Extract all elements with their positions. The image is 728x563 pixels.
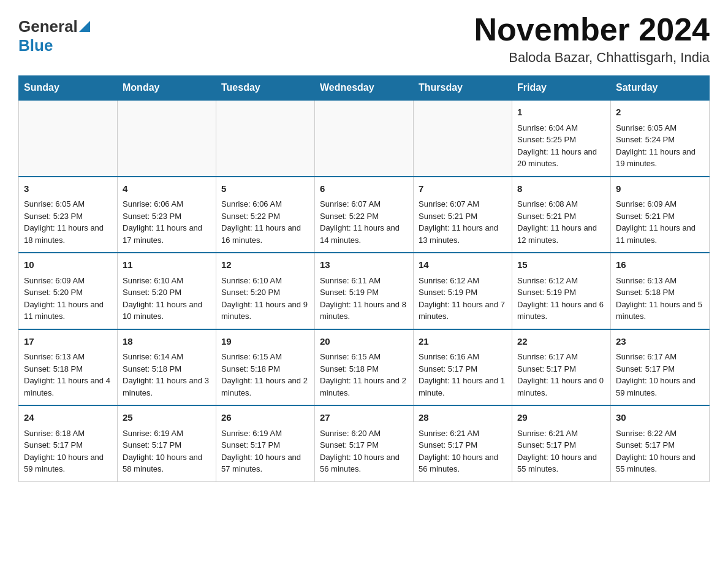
day-number: 10 bbox=[24, 258, 112, 272]
day-info: Sunset: 5:20 PM bbox=[221, 286, 309, 299]
day-number: 11 bbox=[123, 258, 211, 272]
day-info: Sunrise: 6:21 AM bbox=[419, 427, 507, 440]
day-info: Daylight: 11 hours and 20 minutes. bbox=[517, 146, 605, 170]
day-header-saturday: Saturday bbox=[611, 76, 710, 101]
day-number: 3 bbox=[24, 182, 112, 196]
day-info: Sunrise: 6:04 AM bbox=[517, 122, 605, 134]
calendar-cell: 24Sunrise: 6:18 AMSunset: 5:17 PMDayligh… bbox=[19, 405, 118, 481]
day-number: 6 bbox=[320, 182, 408, 196]
day-number: 2 bbox=[616, 105, 704, 120]
calendar-cell: 10Sunrise: 6:09 AMSunset: 5:20 PMDayligh… bbox=[19, 253, 118, 329]
calendar-week-5: 24Sunrise: 6:18 AMSunset: 5:17 PMDayligh… bbox=[19, 405, 710, 481]
day-info: Sunrise: 6:08 AM bbox=[517, 198, 605, 210]
day-info: Sunset: 5:18 PM bbox=[221, 363, 309, 375]
day-info: Sunset: 5:25 PM bbox=[517, 134, 605, 146]
calendar-cell bbox=[414, 100, 512, 177]
day-number: 24 bbox=[24, 411, 112, 425]
day-info: Sunset: 5:20 PM bbox=[123, 286, 211, 299]
day-number: 16 bbox=[616, 258, 704, 272]
day-number: 7 bbox=[419, 182, 507, 196]
day-info: Sunrise: 6:11 AM bbox=[320, 275, 408, 287]
day-number: 15 bbox=[517, 258, 605, 272]
day-info: Sunset: 5:17 PM bbox=[517, 439, 605, 451]
day-info: Daylight: 11 hours and 8 minutes. bbox=[320, 299, 408, 323]
calendar-cell: 29Sunrise: 6:21 AMSunset: 5:17 PMDayligh… bbox=[512, 405, 611, 481]
calendar-cell: 22Sunrise: 6:17 AMSunset: 5:17 PMDayligh… bbox=[512, 329, 611, 406]
calendar-cell bbox=[118, 100, 216, 177]
svg-marker-0 bbox=[79, 21, 90, 32]
day-info: Sunrise: 6:15 AM bbox=[320, 351, 408, 363]
day-info: Daylight: 11 hours and 17 minutes. bbox=[123, 222, 211, 246]
day-info: Sunrise: 6:05 AM bbox=[24, 198, 112, 210]
calendar-cell bbox=[19, 100, 118, 177]
calendar-cell: 8Sunrise: 6:08 AMSunset: 5:21 PMDaylight… bbox=[512, 177, 611, 253]
day-info: Sunrise: 6:13 AM bbox=[616, 275, 704, 287]
day-info: Daylight: 10 hours and 59 minutes. bbox=[24, 451, 112, 475]
day-info: Daylight: 11 hours and 2 minutes. bbox=[221, 375, 309, 399]
day-info: Sunrise: 6:22 AM bbox=[616, 427, 704, 440]
day-info: Daylight: 11 hours and 11 minutes. bbox=[616, 222, 704, 246]
calendar-cell: 9Sunrise: 6:09 AMSunset: 5:21 PMDaylight… bbox=[611, 177, 710, 253]
calendar-cell: 28Sunrise: 6:21 AMSunset: 5:17 PMDayligh… bbox=[414, 405, 512, 481]
day-number: 20 bbox=[320, 335, 408, 349]
day-header-wednesday: Wednesday bbox=[315, 76, 414, 101]
day-info: Daylight: 11 hours and 11 minutes. bbox=[24, 299, 112, 323]
logo-general-text: General bbox=[18, 17, 78, 36]
day-info: Sunrise: 6:06 AM bbox=[221, 198, 309, 210]
calendar-cell: 15Sunrise: 6:12 AMSunset: 5:19 PMDayligh… bbox=[512, 253, 611, 329]
day-info: Daylight: 10 hours and 57 minutes. bbox=[221, 451, 309, 475]
day-info: Sunset: 5:17 PM bbox=[24, 439, 112, 451]
page-subtitle: Baloda Bazar, Chhattisgarh, India bbox=[474, 50, 710, 66]
day-info: Sunset: 5:22 PM bbox=[320, 210, 408, 223]
day-info: Daylight: 10 hours and 55 minutes. bbox=[517, 451, 605, 475]
calendar-cell: 2Sunrise: 6:05 AMSunset: 5:24 PMDaylight… bbox=[611, 100, 710, 177]
day-info: Sunrise: 6:19 AM bbox=[123, 427, 211, 440]
day-info: Daylight: 10 hours and 56 minutes. bbox=[419, 451, 507, 475]
day-number: 23 bbox=[616, 335, 704, 349]
day-info: Sunset: 5:17 PM bbox=[320, 439, 408, 451]
day-info: Sunrise: 6:16 AM bbox=[419, 351, 507, 363]
calendar-cell: 16Sunrise: 6:13 AMSunset: 5:18 PMDayligh… bbox=[611, 253, 710, 329]
day-info: Sunrise: 6:06 AM bbox=[123, 198, 211, 210]
day-header-thursday: Thursday bbox=[414, 76, 512, 101]
calendar-cell: 27Sunrise: 6:20 AMSunset: 5:17 PMDayligh… bbox=[315, 405, 414, 481]
day-info: Sunrise: 6:10 AM bbox=[221, 275, 309, 287]
day-info: Daylight: 11 hours and 12 minutes. bbox=[517, 222, 605, 246]
day-info: Sunset: 5:17 PM bbox=[123, 439, 211, 451]
day-number: 28 bbox=[419, 411, 507, 425]
day-info: Daylight: 11 hours and 16 minutes. bbox=[221, 222, 309, 246]
day-info: Sunrise: 6:20 AM bbox=[320, 427, 408, 440]
calendar-cell: 19Sunrise: 6:15 AMSunset: 5:18 PMDayligh… bbox=[216, 329, 315, 406]
day-number: 8 bbox=[517, 182, 605, 196]
day-info: Sunrise: 6:15 AM bbox=[221, 351, 309, 363]
day-number: 19 bbox=[221, 335, 309, 349]
day-number: 1 bbox=[517, 105, 605, 120]
day-number: 9 bbox=[616, 182, 704, 196]
day-info: Daylight: 11 hours and 4 minutes. bbox=[24, 375, 112, 399]
day-number: 18 bbox=[123, 335, 211, 349]
logo-triangle-icon bbox=[79, 20, 90, 36]
day-info: Sunrise: 6:12 AM bbox=[517, 275, 605, 287]
day-info: Daylight: 11 hours and 7 minutes. bbox=[419, 299, 507, 323]
day-info: Daylight: 10 hours and 56 minutes. bbox=[320, 451, 408, 475]
day-info: Sunset: 5:23 PM bbox=[24, 210, 112, 223]
day-info: Sunset: 5:17 PM bbox=[616, 363, 704, 375]
day-info: Sunset: 5:18 PM bbox=[320, 363, 408, 375]
day-info: Sunrise: 6:05 AM bbox=[616, 122, 704, 134]
title-block: November 2024 Baloda Bazar, Chhattisgarh… bbox=[474, 12, 710, 66]
logo: General Blue bbox=[18, 17, 90, 55]
calendar-week-3: 10Sunrise: 6:09 AMSunset: 5:20 PMDayligh… bbox=[19, 253, 710, 329]
day-info: Sunset: 5:17 PM bbox=[616, 439, 704, 451]
day-info: Sunrise: 6:13 AM bbox=[24, 351, 112, 363]
day-number: 13 bbox=[320, 258, 408, 272]
day-info: Sunrise: 6:14 AM bbox=[123, 351, 211, 363]
calendar-cell: 18Sunrise: 6:14 AMSunset: 5:18 PMDayligh… bbox=[118, 329, 216, 406]
calendar-cell: 7Sunrise: 6:07 AMSunset: 5:21 PMDaylight… bbox=[414, 177, 512, 253]
day-info: Daylight: 11 hours and 14 minutes. bbox=[320, 222, 408, 246]
day-header-friday: Friday bbox=[512, 76, 611, 101]
day-number: 17 bbox=[24, 335, 112, 349]
day-info: Daylight: 11 hours and 5 minutes. bbox=[616, 299, 704, 323]
day-info: Sunset: 5:17 PM bbox=[419, 363, 507, 375]
calendar-cell: 26Sunrise: 6:19 AMSunset: 5:17 PMDayligh… bbox=[216, 405, 315, 481]
day-number: 5 bbox=[221, 182, 309, 196]
